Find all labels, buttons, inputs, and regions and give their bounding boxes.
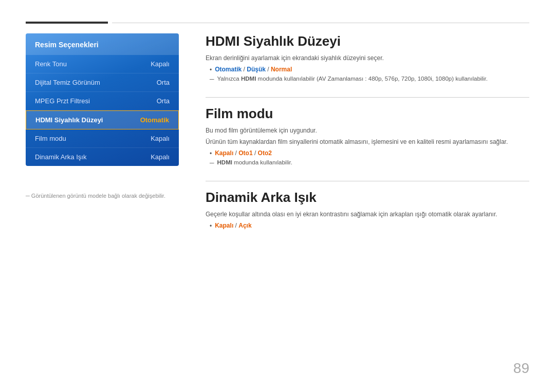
section-hdmi: HDMI Siyahlık Düzeyi Ekran derinliğini a… xyxy=(206,33,529,83)
bullet-dinamik-options: • Kapalı / Açık xyxy=(206,222,529,230)
sidebar-value-dijital: Orta xyxy=(157,79,170,86)
sidebar-panel: Resim Seçenekleri Renk Tonu Kapalı Dijit… xyxy=(26,33,179,166)
hdmi-option-dusuk: Düşük xyxy=(247,66,266,73)
note-hdmi: ─ Yalnızca HDMI modunda kullanılabilir (… xyxy=(206,76,529,83)
hdmi-sep2: / xyxy=(267,66,271,73)
sidebar-item-dinamik[interactable]: Dinamik Arka Işık Kapalı xyxy=(26,148,179,166)
hdmi-option-otomatik: Otomatik xyxy=(215,66,242,73)
sidebar-title: Resim Seçenekleri xyxy=(26,33,179,55)
section-title-dinamik: Dinamik Arka Işık xyxy=(206,190,529,206)
bullet-text-hdmi: Otomatik / Düşük / Normal xyxy=(215,66,292,73)
note-text-film: HDMI modunda kullanılabilir. xyxy=(217,159,292,165)
note-dash-film: ─ xyxy=(210,159,214,166)
sidebar-value-film: Kapalı xyxy=(151,135,170,142)
bullet-text-dinamik: Kapalı / Açık xyxy=(215,222,251,229)
bullet-dot-dinamik: • xyxy=(210,222,212,230)
bullet-dot-film: • xyxy=(210,150,212,157)
film-sep2: / xyxy=(254,150,258,157)
film-option-oto2: Oto2 xyxy=(258,150,272,157)
note-film: ─ HDMI modunda kullanılabilir. xyxy=(206,159,529,166)
section-desc-hdmi: Ekran derinliğini ayarlamak için ekranda… xyxy=(206,54,529,62)
bullet-hdmi-options: • Otomatik / Düşük / Normal xyxy=(206,66,529,73)
sidebar-label-dijital: Dijital Temiz Görünüm xyxy=(35,79,100,86)
sidebar-item-dijital[interactable]: Dijital Temiz Görünüm Orta xyxy=(26,73,179,92)
dinamik-option-acik: Açık xyxy=(238,222,251,229)
dinamik-option-kapali: Kapalı xyxy=(215,222,233,229)
bullet-text-film: Kapalı / Oto1 / Oto2 xyxy=(215,150,272,157)
sidebar-value-renk-tonu: Kapalı xyxy=(151,60,170,68)
sidebar-label-film: Film modu xyxy=(35,135,66,142)
hdmi-option-normal: Normal xyxy=(271,66,292,73)
top-line-dark xyxy=(26,22,108,24)
sidebar-label-mpeg: MPEG Przt Filtresi xyxy=(35,97,90,105)
top-decorative-lines xyxy=(26,22,529,24)
section-desc-film-2: Ürünün tüm kaynaklardan film sinyallerin… xyxy=(206,138,529,145)
top-line-light xyxy=(112,23,529,23)
note-dash-hdmi: ─ xyxy=(210,76,214,83)
sidebar-footnote: ─ Görüntülenen görüntü modele bağlı olar… xyxy=(26,193,165,199)
section-desc-dinamik: Geçerle koşullar altında olası en iyi ek… xyxy=(206,211,529,218)
page-number: 89 xyxy=(513,360,529,377)
divider-1 xyxy=(206,97,529,98)
section-desc-film-1: Bu mod film görüntülemek için uygundur. xyxy=(206,127,529,134)
sidebar-value-dinamik: Kapalı xyxy=(151,153,170,161)
note-text-hdmi: Yalnızca HDMI modunda kullanılabilir (AV… xyxy=(217,76,488,82)
film-option-oto1: Oto1 xyxy=(238,150,252,157)
main-content: HDMI Siyahlık Düzeyi Ekran derinliğini a… xyxy=(206,33,529,244)
sidebar-item-hdmi[interactable]: HDMI Siyahlık Düzeyi Otomatik xyxy=(26,110,179,129)
sidebar-label-renk-tonu: Renk Tonu xyxy=(35,60,67,68)
section-film: Film modu Bu mod film görüntülemek için … xyxy=(206,106,529,166)
sidebar-item-mpeg[interactable]: MPEG Przt Filtresi Orta xyxy=(26,92,179,110)
sidebar-item-film[interactable]: Film modu Kapalı xyxy=(26,129,179,148)
section-title-film: Film modu xyxy=(206,106,529,122)
divider-2 xyxy=(206,181,529,181)
section-dinamik: Dinamik Arka Işık Geçerle koşullar altın… xyxy=(206,190,529,230)
sidebar-item-renk-tonu[interactable]: Renk Tonu Kapalı xyxy=(26,55,179,73)
section-title-hdmi: HDMI Siyahlık Düzeyi xyxy=(206,33,529,49)
sidebar-label-hdmi: HDMI Siyahlık Düzeyi xyxy=(35,116,103,124)
bullet-dot-hdmi: • xyxy=(210,66,212,73)
bullet-film-options: • Kapalı / Oto1 / Oto2 xyxy=(206,150,529,157)
sidebar-value-mpeg: Orta xyxy=(157,97,170,105)
sidebar-label-dinamik: Dinamik Arka Işık xyxy=(35,153,86,161)
sidebar-value-hdmi: Otomatik xyxy=(140,116,169,124)
film-option-kapali: Kapalı xyxy=(215,150,233,157)
